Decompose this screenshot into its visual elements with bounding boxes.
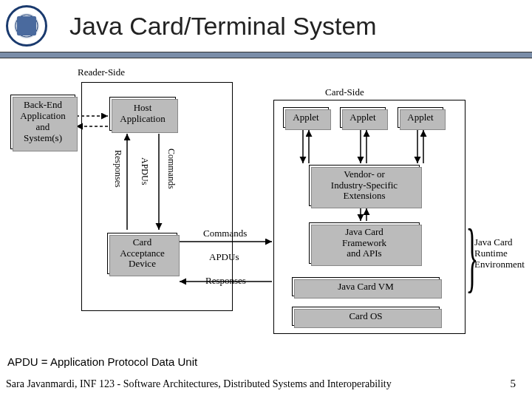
slide-title: Java Card/Terminal System [69,12,377,41]
slide-footer: Sara Javanmardi, INF 123 - Software Arch… [6,378,392,390]
jc-vm-box: Java Card VM [292,277,440,296]
slide-header: Java Card/Terminal System [0,0,532,52]
host-app-box: Host Application [109,97,176,131]
cad-box: Card Acceptance Device [107,233,177,274]
applet2-box: Applet [340,107,386,128]
card-side-label: Card-Side [325,87,364,98]
jc-framework-box: Java Card Framework and APIs [309,222,420,264]
jcre-label: Java Card Runtime Environment [474,237,525,270]
apdus-h-label: APDUs [209,252,239,263]
applet3-box: Applet [398,107,443,128]
reader-side-label: Reader-Side [78,67,125,78]
applet1-box: Applet [283,107,329,128]
divider-bar [0,52,532,58]
backend-box: Back-End Application and System(s) [10,95,75,149]
card-os-box: Card OS [292,307,440,326]
commands-h-label: Commands [203,228,247,239]
page-number: 5 [511,378,516,390]
apdu-note: APDU = Application Protocol Data Unit [7,355,197,368]
responses-vertical-label: Responses [112,150,123,188]
vendor-ext-box: Vendor- or Industry-Specific Extensions [309,165,420,206]
responses-h-label: Responses [205,276,246,287]
apdus-vertical-label: APDUs [139,157,149,185]
card-side-container [273,100,466,334]
architecture-diagram: Reader-Side Card-Side Back-End Applicati… [0,61,532,357]
commands-vertical-label: Commands [166,149,176,189]
university-seal-icon [6,5,47,47]
